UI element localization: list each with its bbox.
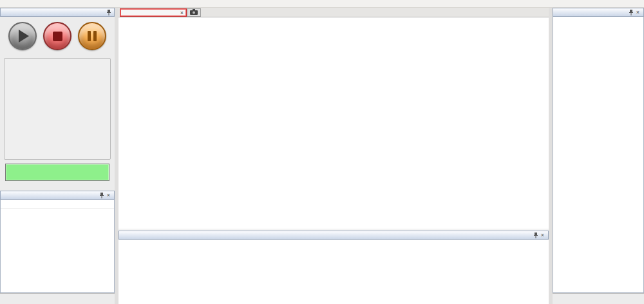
pin-icon[interactable]: [105, 9, 112, 16]
tab-control-window[interactable]: ×: [120, 8, 187, 17]
stop-button[interactable]: [43, 22, 71, 50]
pause-icon: [88, 31, 97, 41]
close-icon[interactable]: ×: [105, 192, 112, 199]
log-panel-header: ×: [0, 191, 115, 200]
bottom-tab-bar-right: [553, 293, 644, 303]
stop-icon: [53, 32, 62, 41]
workspace: × ×: [118, 8, 549, 304]
camera-icon: [190, 9, 198, 16]
snapshot-tab[interactable]: [187, 8, 201, 17]
control-waveform-plot[interactable]: [118, 17, 549, 216]
chart-area[interactable]: [118, 17, 549, 229]
running-status-banner: [5, 164, 109, 181]
pause-button[interactable]: [78, 22, 106, 50]
close-tab-icon[interactable]: ×: [180, 10, 184, 16]
signal-tree[interactable]: [553, 17, 644, 293]
log-header-row: [1, 200, 114, 209]
play-icon: [19, 30, 29, 43]
running-status-group: [4, 58, 111, 160]
pin-icon[interactable]: [627, 9, 634, 16]
channel-status-panel: ×: [118, 231, 549, 304]
log-list[interactable]: [0, 200, 115, 293]
bottom-tab-bar-left: [0, 293, 115, 303]
toolbar: [0, 0, 644, 8]
close-icon[interactable]: ×: [634, 9, 641, 16]
control-panel: ×: [0, 8, 115, 304]
control-panel-header: [0, 8, 115, 17]
signal-panel: ×: [553, 8, 644, 304]
close-icon[interactable]: ×: [539, 232, 546, 239]
transport-buttons: [0, 19, 115, 53]
play-button[interactable]: [8, 22, 37, 50]
signal-panel-header: ×: [553, 8, 644, 17]
document-tab-bar: ×: [118, 8, 549, 17]
application-window: × ×: [0, 0, 644, 304]
log-panel: ×: [0, 191, 115, 293]
pin-icon[interactable]: [532, 232, 539, 239]
channel-panel-header: ×: [118, 231, 549, 240]
pin-icon[interactable]: [98, 192, 105, 199]
